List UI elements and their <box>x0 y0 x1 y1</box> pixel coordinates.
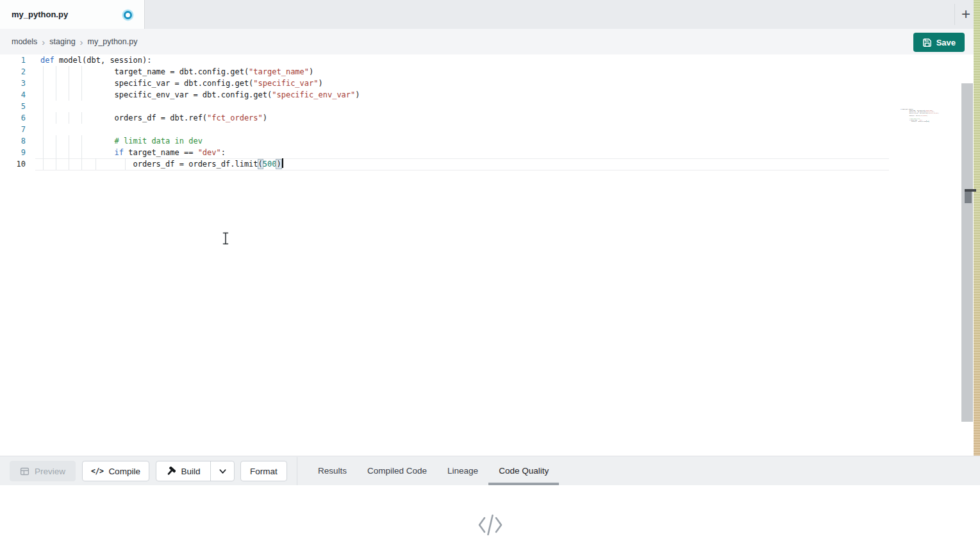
indent-guide <box>56 89 56 101</box>
save-button[interactable]: Save <box>913 33 965 52</box>
indent-guide <box>69 78 69 89</box>
hammer-icon <box>166 467 176 476</box>
breadcrumb-item-models[interactable]: models <box>12 37 37 46</box>
indent-guide <box>56 112 56 124</box>
indent-guide <box>69 66 69 78</box>
code-line-7[interactable]: 7 <box>0 124 980 135</box>
indent-guide <box>56 135 56 147</box>
dbt-ide-window: my_python.py + models›staging›my_python.… <box>0 0 980 548</box>
indent-guide <box>81 112 82 124</box>
code-text: specific_env_var = dbt.config.get("speci… <box>40 89 360 101</box>
code-text: # limit data in dev <box>40 135 203 147</box>
code-text: orders_df = dbt.ref("fct_orders") <box>40 112 267 124</box>
code-line-9[interactable]: 9 if target_name == "dev": <box>0 147 980 158</box>
toolbar-divider <box>297 457 297 485</box>
table-grid-icon <box>20 467 29 476</box>
tab-my-python-py[interactable]: my_python.py <box>0 0 145 29</box>
compile-button[interactable]: </> Compile <box>82 461 149 481</box>
code-line-1[interactable]: 1def model(dbt, session): <box>0 54 980 66</box>
indent-guide <box>43 158 44 170</box>
tab-compiled-code[interactable]: Compiled Code <box>357 456 437 486</box>
line-number: 1 <box>0 54 26 66</box>
indent-guide <box>43 112 44 124</box>
code-line-10[interactable]: 10 orders_df = orders_df.limit(500) <box>0 158 980 170</box>
line-number: 3 <box>0 78 26 89</box>
tab-results[interactable]: Results <box>308 456 357 486</box>
line-number: 10 <box>0 158 26 170</box>
code-text: target_name = dbt.config.get("target_nam… <box>40 66 313 78</box>
line-number: 9 <box>0 147 26 158</box>
code-line-10: orders_df = orders_df.limit(500) <box>899 120 941 122</box>
tab-bar-divider <box>954 4 955 25</box>
indent-guide <box>56 147 56 158</box>
code-line-8[interactable]: 8 # limit data in dev <box>0 135 980 147</box>
code-line-2[interactable]: 2 target_name = dbt.config.get("target_n… <box>0 66 980 78</box>
preview-button[interactable]: Preview <box>10 461 76 481</box>
code-text: if target_name == "dev": <box>40 147 226 158</box>
line-number: 7 <box>0 124 26 135</box>
floppy-disk-icon <box>922 38 932 47</box>
line-number: 2 <box>0 66 26 78</box>
results-panel <box>0 485 980 548</box>
code-line-5[interactable]: 5 <box>0 101 980 112</box>
breadcrumb-item-my-python-py[interactable]: my_python.py <box>88 37 138 46</box>
line-number: 5 <box>0 101 26 112</box>
build-options-button[interactable] <box>210 461 234 481</box>
indent-guide <box>43 78 44 89</box>
code-editor[interactable]: 1def model(dbt, session):2 target_name =… <box>0 54 980 455</box>
tab-code-quality[interactable]: Code Quality <box>488 456 559 486</box>
indent-guide <box>81 147 82 158</box>
indent-guide <box>43 147 44 158</box>
code-line-4[interactable]: 4 specific_env_var = dbt.config.get("spe… <box>0 89 980 101</box>
build-label: Build <box>181 467 200 476</box>
compile-label: Compile <box>108 467 140 476</box>
editor-scrollbar[interactable] <box>961 83 973 422</box>
indent-guide <box>69 89 69 101</box>
indent-guide <box>81 135 82 147</box>
code-lines: 1def model(dbt, session):2 target_name =… <box>0 54 980 170</box>
save-button-label: Save <box>936 38 956 47</box>
unsaved-indicator-dot <box>124 11 132 19</box>
breadcrumb-item-staging[interactable]: staging <box>49 37 75 46</box>
code-placeholder-icon <box>476 512 504 538</box>
indent-guide <box>81 158 82 170</box>
code-line-3[interactable]: 3 specific_var = dbt.config.get("specifi… <box>0 78 980 89</box>
preview-label: Preview <box>35 467 65 476</box>
breadcrumb-bar: models›staging›my_python.py <box>0 29 980 55</box>
chevron-separator-icon: › <box>80 37 83 47</box>
text-caret <box>282 158 283 168</box>
indent-guide <box>69 135 69 147</box>
scrollbar-thumb[interactable] <box>965 192 972 203</box>
build-button[interactable]: Build <box>156 461 210 481</box>
indent-guide <box>96 158 96 170</box>
indent-guide <box>81 78 82 89</box>
code-text: def model(dbt, session): <box>40 54 151 66</box>
breadcrumb: models›staging›my_python.py <box>12 29 137 54</box>
line-number: 4 <box>0 89 26 101</box>
minimap-content: def model(dbt, session): target_name = d… <box>899 108 941 122</box>
indent-guide <box>43 135 44 147</box>
indent-guide <box>69 158 69 170</box>
minimap[interactable]: def model(dbt, session): target_name = d… <box>899 108 941 128</box>
chevron-down-icon <box>219 467 227 476</box>
line-number: 8 <box>0 135 26 147</box>
new-tab-button[interactable]: + <box>956 3 976 25</box>
indent-guide <box>69 112 69 124</box>
format-button[interactable]: Format <box>240 461 287 481</box>
code-text: orders_df = orders_df.limit(500) <box>40 158 283 170</box>
code-brackets-icon: </> <box>91 467 103 476</box>
panel-tabs: ResultsCompiled CodeLineageCode Quality <box>308 456 559 486</box>
indent-guide <box>56 78 56 89</box>
build-split-button: Build <box>156 461 235 481</box>
code-line-6[interactable]: 6 orders_df = dbt.ref("fct_orders") <box>0 112 980 124</box>
file-tab-bar: my_python.py + <box>0 0 980 29</box>
indent-guide <box>43 124 44 135</box>
code-text: specific_var = dbt.config.get("specific_… <box>40 78 323 89</box>
indent-guide <box>69 147 69 158</box>
indent-guide <box>81 66 82 78</box>
indent-guide <box>56 66 56 78</box>
tab-lineage[interactable]: Lineage <box>437 456 488 486</box>
chevron-separator-icon: › <box>42 37 45 47</box>
code-text: orders_df = orders_df.limit(500) <box>901 120 929 122</box>
indent-guide <box>43 66 44 78</box>
